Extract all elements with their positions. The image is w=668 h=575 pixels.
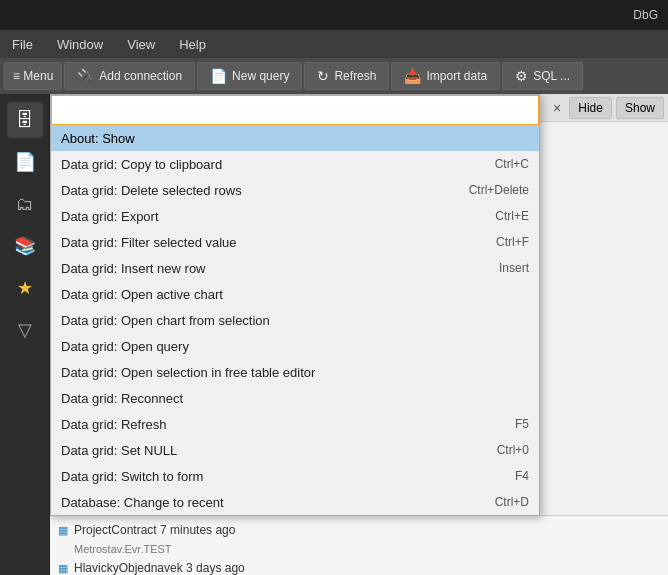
list-item-1-label: HlavickyObjednavek 3 days ago — [74, 561, 245, 575]
cmd-datagrid-null-shortcut: Ctrl+0 — [497, 443, 529, 457]
cmd-datagrid-null-label: Data grid: Set NULL — [61, 443, 177, 458]
menu-file[interactable]: File — [8, 35, 37, 54]
list-item-0-label: ProjectContract 7 minutes ago — [74, 523, 235, 537]
sidebar-icon-filter[interactable]: ▽ — [7, 312, 43, 348]
bottom-list: ▦ ProjectContract 7 minutes ago Metrosta… — [50, 515, 668, 575]
cmd-datagrid-chart-sel[interactable]: Data grid: Open chart from selection — [51, 307, 539, 333]
menu-view[interactable]: View — [123, 35, 159, 54]
cmd-database-recent-label: Database: Change to recent — [61, 495, 224, 510]
cmd-datagrid-filter-shortcut: Ctrl+F — [496, 235, 529, 249]
add-connection-icon: 🔌 — [77, 68, 94, 84]
new-query-button[interactable]: 📄 New query — [197, 62, 302, 90]
cmd-datagrid-chart-label: Data grid: Open active chart — [61, 287, 223, 302]
sidebar: 🗄 📄 🗂 📚 ★ ▽ — [0, 94, 50, 575]
command-list: About: Show Data grid: Copy to clipboard… — [51, 125, 539, 515]
title-text: DbG — [633, 8, 658, 22]
cmd-datagrid-chart-sel-label: Data grid: Open chart from selection — [61, 313, 270, 328]
cmd-datagrid-export-label: Data grid: Export — [61, 209, 159, 224]
refresh-button[interactable]: ↻ Refresh — [304, 62, 389, 90]
cmd-datagrid-null[interactable]: Data grid: Set NULL Ctrl+0 — [51, 437, 539, 463]
cmd-datagrid-refresh-label: Data grid: Refresh — [61, 417, 167, 432]
cmd-datagrid-free-table[interactable]: Data grid: Open selection in free table … — [51, 359, 539, 385]
cmd-datagrid-delete-label: Data grid: Delete selected rows — [61, 183, 242, 198]
cmd-datagrid-form[interactable]: Data grid: Switch to form F4 — [51, 463, 539, 489]
cmd-database-recent-shortcut: Ctrl+D — [495, 495, 529, 509]
cmd-datagrid-form-shortcut: F4 — [515, 469, 529, 483]
content-area: About: Show Data grid: Copy to clipboard… — [50, 94, 668, 575]
cmd-datagrid-export-shortcut: Ctrl+E — [495, 209, 529, 223]
list-item-1-icon: ▦ — [58, 562, 68, 575]
cmd-datagrid-copy-shortcut: Ctrl+C — [495, 157, 529, 171]
sidebar-icon-cabinet[interactable]: 🗂 — [7, 186, 43, 222]
cmd-datagrid-chart[interactable]: Data grid: Open active chart — [51, 281, 539, 307]
sql-button[interactable]: ⚙ SQL ... — [502, 62, 583, 90]
cmd-datagrid-query-label: Data grid: Open query — [61, 339, 189, 354]
cmd-datagrid-filter-label: Data grid: Filter selected value — [61, 235, 237, 250]
list-item-1[interactable]: ▦ HlavickyObjednavek 3 days ago — [58, 558, 660, 575]
hide-button[interactable]: Hide — [569, 97, 612, 119]
menu-bar: File Window View Help — [0, 30, 668, 58]
cmd-datagrid-query[interactable]: Data grid: Open query — [51, 333, 539, 359]
cmd-datagrid-delete[interactable]: Data grid: Delete selected rows Ctrl+Del… — [51, 177, 539, 203]
refresh-icon: ↻ — [317, 68, 329, 84]
cmd-database-recent[interactable]: Database: Change to recent Ctrl+D — [51, 489, 539, 515]
new-query-icon: 📄 — [210, 68, 227, 84]
toolbar: ≡ Menu 🔌 Add connection 📄 New query ↻ Re… — [0, 58, 668, 94]
cmd-datagrid-free-table-label: Data grid: Open selection in free table … — [61, 365, 315, 380]
main-layout: 🗄 📄 🗂 📚 ★ ▽ About: Show Data grid: Copy … — [0, 94, 668, 575]
cmd-datagrid-copy[interactable]: Data grid: Copy to clipboard Ctrl+C — [51, 151, 539, 177]
list-item-0-sub-text: Metrostav.Evr.TEST — [74, 543, 172, 555]
cmd-datagrid-form-label: Data grid: Switch to form — [61, 469, 203, 484]
sidebar-icon-star[interactable]: ★ — [7, 270, 43, 306]
cmd-datagrid-reconnect[interactable]: Data grid: Reconnect — [51, 385, 539, 411]
cmd-about-show[interactable]: About: Show — [51, 125, 539, 151]
cmd-datagrid-insert-label: Data grid: Insert new row — [61, 261, 206, 276]
sidebar-icon-book[interactable]: 📚 — [7, 228, 43, 264]
cmd-datagrid-insert-shortcut: Insert — [499, 261, 529, 275]
sidebar-icon-database[interactable]: 🗄 — [7, 102, 43, 138]
show-button[interactable]: Show — [616, 97, 664, 119]
cmd-datagrid-export[interactable]: Data grid: Export Ctrl+E — [51, 203, 539, 229]
list-item-0-sub: Metrostav.Evr.TEST — [74, 540, 660, 558]
cmd-datagrid-refresh-shortcut: F5 — [515, 417, 529, 431]
list-item-0[interactable]: ▦ ProjectContract 7 minutes ago — [58, 520, 660, 540]
cmd-datagrid-refresh[interactable]: Data grid: Refresh F5 — [51, 411, 539, 437]
cmd-about-show-label: About: Show — [61, 131, 135, 146]
cmd-datagrid-reconnect-label: Data grid: Reconnect — [61, 391, 183, 406]
import-icon: 📥 — [404, 68, 421, 84]
sql-icon: ⚙ — [515, 68, 528, 84]
command-dropdown: About: Show Data grid: Copy to clipboard… — [50, 94, 540, 516]
import-data-button[interactable]: 📥 Import data — [391, 62, 500, 90]
sidebar-icon-document[interactable]: 📄 — [7, 144, 43, 180]
cmd-datagrid-copy-label: Data grid: Copy to clipboard — [61, 157, 222, 172]
menu-help[interactable]: Help — [175, 35, 210, 54]
command-search-input[interactable] — [51, 95, 539, 125]
cmd-datagrid-insert[interactable]: Data grid: Insert new row Insert — [51, 255, 539, 281]
add-connection-button[interactable]: 🔌 Add connection — [64, 62, 195, 90]
list-item-0-icon: ▦ — [58, 524, 68, 537]
cmd-datagrid-delete-shortcut: Ctrl+Delete — [469, 183, 529, 197]
menu-window[interactable]: Window — [53, 35, 107, 54]
close-icon[interactable]: × — [549, 100, 565, 116]
title-bar: DbG — [0, 0, 668, 30]
cmd-datagrid-filter[interactable]: Data grid: Filter selected value Ctrl+F — [51, 229, 539, 255]
menu-button[interactable]: ≡ Menu — [4, 62, 62, 90]
